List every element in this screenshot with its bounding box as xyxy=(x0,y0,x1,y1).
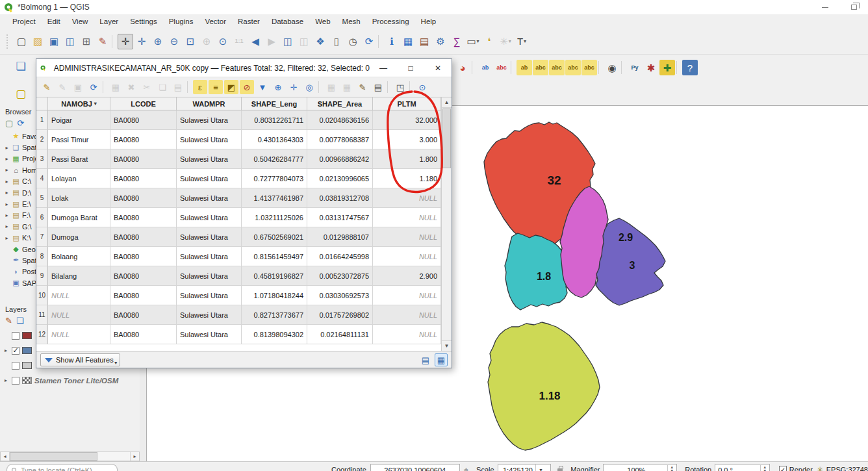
menu-item[interactable]: Raster xyxy=(232,16,266,27)
cell-wadmpr[interactable]: Sulawesi Utara xyxy=(177,325,242,344)
browser-refresh-icon[interactable]: ⟳ xyxy=(17,118,24,128)
cell-shape-area[interactable]: 0.00778068387 xyxy=(307,130,373,149)
delete-field-icon[interactable]: ▦ xyxy=(340,80,354,94)
open-attribute-table-icon[interactable]: ▦ xyxy=(400,34,416,49)
cell-pltm[interactable]: NULL xyxy=(373,247,441,266)
cell-pltm[interactable]: NULL xyxy=(373,286,441,305)
open-project-icon[interactable]: ▨ xyxy=(30,34,45,49)
table-row[interactable]: 1 Poigar BA0080 Sulawesi Utara 0.8031226… xyxy=(36,110,452,130)
style-manager-icon[interactable]: ✎ xyxy=(95,34,110,49)
osm-place-search-icon[interactable]: ◉ xyxy=(604,60,620,75)
identify-features-icon[interactable]: ℹ xyxy=(384,34,400,49)
separator[interactable] xyxy=(187,81,191,93)
cell-pltm[interactable]: NULL xyxy=(373,305,441,325)
cell-shape-area[interactable]: 0.00523072875 xyxy=(307,266,373,286)
cell-shape-area[interactable]: 0.00966886242 xyxy=(307,149,373,169)
map-tips-icon[interactable]: ❛ xyxy=(481,34,497,49)
field-calculator-icon[interactable]: ✎ xyxy=(355,80,370,94)
new-3d-map-view-icon[interactable]: ◫ xyxy=(296,34,312,49)
coordinate-input[interactable] xyxy=(370,464,460,471)
zoom-native-icon[interactable]: 1:1 xyxy=(231,34,247,49)
menu-item[interactable]: Processing xyxy=(366,16,415,27)
cell-namobj[interactable]: Lolayan xyxy=(48,169,110,188)
save-edits-icon[interactable]: ▣ xyxy=(71,80,85,94)
open-layer-styling-icon[interactable]: ✎ xyxy=(5,316,12,325)
select-by-form-icon[interactable]: ▼ xyxy=(255,80,270,94)
cell-pltm[interactable]: NULL xyxy=(373,188,441,208)
zoom-in-icon[interactable]: ⊕ xyxy=(150,34,166,49)
row-number[interactable]: 7 xyxy=(36,227,48,247)
scale-combo[interactable]: 1:425120 ▼ xyxy=(498,464,552,471)
row-number[interactable]: 12 xyxy=(36,325,48,344)
multi-edit-icon[interactable]: ✎ xyxy=(55,80,70,94)
lock-scale-icon[interactable] xyxy=(557,468,563,471)
cell-shape-leng[interactable]: 0.67502569021 xyxy=(242,227,307,247)
spin-arrows-icon[interactable]: ▲▼ xyxy=(760,465,769,471)
pan-map-icon[interactable]: ✛ xyxy=(118,34,133,49)
cell-namobj[interactable]: NULL xyxy=(48,325,110,344)
toggle-editing-icon[interactable]: ✎ xyxy=(40,80,54,94)
expand-arrow-icon[interactable]: ▸ xyxy=(4,156,10,162)
toolbar-drag-handle[interactable] xyxy=(6,34,10,49)
expand-arrow-icon[interactable]: ▸ xyxy=(3,377,9,383)
cell-shape-leng[interactable]: 0.81398094302 xyxy=(242,325,307,344)
cell-lcode[interactable]: BA0080 xyxy=(110,110,177,130)
select-features-icon[interactable]: ▢ xyxy=(12,84,30,103)
processing-toolbox-icon[interactable]: ⚙ xyxy=(433,34,448,49)
cell-namobj[interactable]: Poigar xyxy=(48,110,110,130)
column-header-namobj[interactable]: NAMOBJ ▾ xyxy=(48,97,110,110)
pan-to-selection-icon[interactable]: ✛ xyxy=(287,80,301,94)
cell-lcode[interactable]: BA0080 xyxy=(110,130,177,149)
expand-arrow-icon[interactable]: ▸ xyxy=(4,167,10,173)
separator[interactable] xyxy=(598,61,603,74)
cell-namobj[interactable]: NULL xyxy=(48,305,110,325)
python-console-icon[interactable]: Py xyxy=(627,60,643,75)
cell-pltm[interactable]: NULL xyxy=(373,208,441,227)
row-number[interactable]: 4 xyxy=(36,169,48,188)
temporal-controller-icon[interactable]: ◷ xyxy=(345,34,361,49)
layer-visibility-checkbox[interactable]: ✓ xyxy=(12,362,19,370)
menu-item[interactable]: Database xyxy=(266,16,309,27)
menu-item[interactable]: Mesh xyxy=(337,16,366,27)
cell-lcode[interactable]: BA0080 xyxy=(110,227,177,247)
new-print-layout-icon[interactable]: ◫ xyxy=(62,34,78,49)
table-row[interactable]: 9 Bilalang BA0080 Sulawesi Utara 0.45819… xyxy=(36,266,452,286)
rotate-label-icon[interactable]: abc xyxy=(565,60,581,75)
cell-shape-leng[interactable]: 0.81561459497 xyxy=(242,247,307,266)
layer-visibility-checkbox[interactable]: ✓ xyxy=(12,332,19,340)
browser-collapse-icon[interactable]: ▢ xyxy=(5,118,13,128)
zoom-to-selection-icon[interactable]: ⊕ xyxy=(199,34,214,49)
cell-wadmpr[interactable]: Sulawesi Utara xyxy=(177,286,242,305)
column-header-shape-leng[interactable]: SHAPE_Leng xyxy=(242,97,307,110)
cell-lcode[interactable]: BA0080 xyxy=(110,169,177,188)
rotation-spinbox[interactable]: 0.0 ° ▲▼ xyxy=(715,464,770,471)
extents-icon[interactable]: ⌖ xyxy=(464,465,468,471)
cell-pltm[interactable]: NULL xyxy=(373,227,441,247)
table-row[interactable]: 10 NULL BA0080 Sulawesi Utara 1.07180418… xyxy=(36,286,452,305)
show-all-features-button[interactable]: Show All Features ▼ xyxy=(40,353,120,366)
cell-lcode[interactable]: BA0080 xyxy=(110,208,177,227)
cell-shape-leng[interactable]: 0.45819196827 xyxy=(242,266,307,286)
table-view-toggle[interactable]: ▦ xyxy=(435,353,448,366)
table-row[interactable]: 12 NULL BA0080 Sulawesi Utara 0.81398094… xyxy=(36,325,452,344)
separator[interactable] xyxy=(511,61,515,74)
cell-shape-area[interactable]: 0.02164811131 xyxy=(307,325,373,344)
menu-item[interactable]: Settings xyxy=(124,16,163,27)
zoom-to-layer-icon[interactable]: ⊙ xyxy=(215,34,231,49)
cell-namobj[interactable]: Passi Barat xyxy=(48,149,110,169)
field-calculator-icon[interactable]: ▤ xyxy=(416,34,432,49)
pan-to-selection-icon[interactable]: ✛ xyxy=(134,34,149,49)
cell-shape-area[interactable]: 0.03131747567 xyxy=(307,208,373,227)
cell-shape-area[interactable]: 0.01757269802 xyxy=(307,305,373,325)
layer-diagram-icon[interactable]: abc xyxy=(494,60,509,75)
scrollbar-thumb[interactable] xyxy=(10,452,97,461)
cell-shape-leng[interactable]: 1.03211125026 xyxy=(242,208,307,227)
crs-icon[interactable]: ✳ xyxy=(817,465,824,471)
dialog-minimize-button[interactable]: — xyxy=(370,59,397,77)
cell-shape-leng[interactable]: 1.41377461987 xyxy=(242,188,307,208)
layer-labeling-icon[interactable]: ab xyxy=(478,60,493,75)
table-row[interactable]: 11 NULL BA0080 Sulawesi Utara 0.82713773… xyxy=(36,305,452,325)
cell-shape-leng[interactable]: 1.07180418244 xyxy=(242,286,307,305)
cell-wadmpr[interactable]: Sulawesi Utara xyxy=(177,305,242,325)
cell-pltm[interactable]: NULL xyxy=(373,325,441,344)
